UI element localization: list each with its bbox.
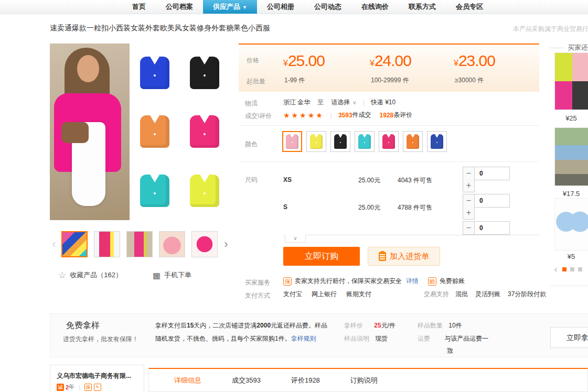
sample-description: 拿样支付后15天内，二次店铺进货满2000元返还样品费。样品 随机发货，不挑色、…	[155, 319, 336, 345]
services-label: 买家服务	[245, 278, 270, 287]
swatch-teal[interactable]	[355, 131, 375, 152]
nav-item-company-profile[interactable]: 公司档案	[156, 0, 203, 14]
nav-item-products[interactable]: 供应产品▼	[203, 0, 257, 14]
swatch-orange[interactable]	[403, 131, 423, 152]
tab-detail-info[interactable]: 详细信息	[174, 376, 201, 385]
tier-price: 25.00	[288, 52, 325, 69]
sample-price-label: 拿样价	[344, 322, 363, 329]
thumbnail-1[interactable]	[61, 231, 88, 257]
desc-bold: 2000	[256, 322, 271, 329]
swatch-black[interactable]	[330, 131, 350, 152]
tab-order-notes[interactable]: 订购说明	[350, 376, 378, 385]
nav-item-company-news[interactable]: 公司动态	[304, 0, 351, 14]
seller-name[interactable]: 义乌市宏德电子商务有限...	[57, 372, 138, 380]
payment-online-bank: 网上银行	[312, 290, 337, 299]
nav-item-online-inquiry[interactable]: 在线询价	[351, 0, 399, 14]
plus-button[interactable]: +	[463, 180, 475, 192]
swatch-pink[interactable]	[282, 131, 302, 152]
qty-input-3[interactable]	[474, 221, 510, 235]
sample-note-row: 样品说明 现货	[344, 334, 388, 343]
divider	[550, 286, 588, 286]
destination-select[interactable]: 请选择	[331, 98, 350, 107]
logistics-origin: 浙江 金华	[283, 98, 310, 107]
trade-staged-payment: 37分阶段付款	[508, 290, 546, 299]
blazer-orange	[140, 115, 169, 148]
trade-flexible: 灵活到账	[475, 290, 500, 299]
nav-item-member-zone[interactable]: 会员专区	[446, 0, 493, 14]
express-fee: 快递 ¥10	[371, 98, 395, 107]
sample-qty-row: 样品数量 10件	[418, 321, 462, 330]
swatch-rose[interactable]	[379, 131, 399, 152]
pager-dot-2[interactable]	[570, 267, 574, 271]
thumbnail-3[interactable]	[126, 231, 153, 257]
sample-price-unit: 元/件	[381, 322, 395, 329]
sample-ship-row: 运费 与该产品运费一	[418, 334, 488, 343]
sample-qty-label: 样品数量	[418, 322, 443, 329]
plus-button[interactable]: +	[463, 207, 475, 220]
nav-item-label: 供应产品	[213, 3, 240, 10]
sample-rule-link[interactable]: 拿样规则	[291, 335, 316, 342]
thumbnail-4[interactable]	[159, 231, 185, 257]
minus-button[interactable]: −	[463, 221, 475, 235]
expand-sizes-button[interactable]: ∨	[285, 235, 306, 243]
size-name-s: S	[283, 203, 287, 211]
payment-alipay: 支付宝	[283, 290, 302, 299]
sidebar-product-2-image[interactable]	[554, 127, 588, 186]
logistics-to: 至	[317, 98, 324, 107]
review-count[interactable]: 1928	[380, 112, 394, 119]
pager-dot-1[interactable]	[562, 267, 566, 271]
mobile-order-link[interactable]: 手机下单	[164, 270, 191, 280]
thumbnail-2[interactable]	[94, 231, 120, 257]
desc-text: 拿样支付后	[155, 322, 187, 329]
size-price-xs: 25.00元	[358, 176, 380, 185]
order-now-button[interactable]: 立即订购	[283, 247, 360, 266]
nav-item-home[interactable]: 首页	[122, 0, 156, 14]
chevron-down-icon[interactable]: ∨	[352, 100, 356, 105]
swatch-blue[interactable]	[427, 131, 447, 152]
sidebar-product-1-price: ¥25	[554, 114, 588, 122]
thumbs-prev-icon[interactable]: ‹	[50, 231, 58, 257]
sidebar-product-1-image[interactable]	[554, 52, 588, 110]
thumbnail-strip: ‹ ›	[50, 230, 232, 258]
tier-price: 24.00	[375, 52, 411, 69]
detail-link[interactable]: 详情	[406, 277, 419, 286]
tab-reviews[interactable]: 评价1928	[291, 376, 320, 385]
tier-price: 23.00	[458, 52, 495, 69]
sample-subtitle: 进货先拿样，批发有保障！	[63, 335, 138, 344]
moq-label: 起批量	[247, 77, 265, 86]
sidebar-product-3-image[interactable]	[554, 198, 588, 251]
divider	[550, 48, 563, 48]
clipboard-icon	[379, 252, 386, 261]
thumbnail-5[interactable]	[191, 231, 218, 257]
payment-credit-term: 账期支付	[346, 290, 371, 299]
seller-badges: 诚 2 年 | 保 ✎	[57, 383, 103, 391]
color-swatch-row	[282, 131, 451, 152]
nav-item-company-album[interactable]: 公司相册	[257, 0, 304, 14]
sidebar-prev-icon[interactable]: ‹	[554, 265, 557, 274]
trade-support-items: 混批 灵活到账 37分阶段付款	[455, 290, 553, 299]
get-sample-button[interactable]: 立即拿样	[550, 327, 588, 348]
pager-dot-3[interactable]	[578, 267, 582, 271]
minus-button[interactable]: −	[463, 194, 475, 208]
guarantee-badge-icon: 保	[283, 277, 292, 286]
favorite-product-link[interactable]: 收藏产品（162）	[70, 270, 122, 280]
deals-row: ★★★★★ | 3593 件成交 1928 条评价	[283, 111, 412, 119]
add-to-cart-button[interactable]: 加入进货单	[368, 247, 440, 266]
divider	[239, 161, 539, 162]
nav-item-contact[interactable]: 联系方式	[399, 0, 446, 14]
swatch-yellow[interactable]	[306, 131, 326, 152]
thumbs-next-icon[interactable]: ›	[222, 231, 230, 257]
deal-count[interactable]: 3593	[338, 112, 352, 119]
integrity-chip-icon: 诚	[57, 384, 64, 391]
services-row: 保 卖家支持先行赔付，保障买家交易安全 详情 赊 免费赊账	[283, 277, 465, 286]
tab-deals[interactable]: 成交3593	[232, 376, 261, 385]
qty-input-xs[interactable]	[474, 167, 510, 180]
price-tier-3: ¥23.00 ≥30000 件	[454, 52, 538, 70]
main-product-image[interactable]	[50, 43, 230, 220]
qty-input-s[interactable]	[474, 194, 510, 208]
minus-button[interactable]: −	[463, 167, 475, 180]
seller-card: 义乌市宏德电子商务有限... 诚 2 年 | 保 ✎	[50, 365, 144, 392]
size-name-xs: XS	[283, 176, 292, 183]
trade-mixed-batch: 混批	[455, 290, 468, 299]
size-stock-xs: 4043 件可售	[398, 176, 432, 185]
